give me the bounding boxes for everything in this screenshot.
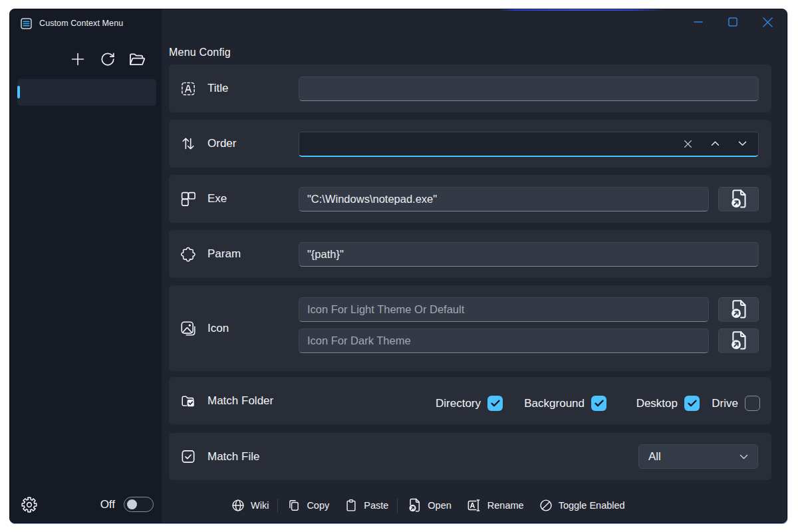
row-match-folder: Match Folder Directory Background Deskto… bbox=[169, 377, 771, 424]
drive-label: Drive bbox=[712, 397, 738, 410]
maximize-button[interactable] bbox=[716, 10, 750, 34]
app-window: Menu Config Title Order bbox=[9, 9, 787, 523]
copy-label: Copy bbox=[307, 500, 329, 511]
folder-check-icon bbox=[180, 392, 197, 410]
match-file-label: Match File bbox=[207, 450, 259, 464]
app-tiles-icon bbox=[180, 190, 197, 207]
desktop-check-item: Desktop bbox=[636, 396, 700, 411]
toggle-enabled-button[interactable]: Toggle Enabled bbox=[531, 493, 632, 518]
caption-buttons bbox=[681, 10, 785, 34]
open-file-icon bbox=[406, 497, 422, 513]
window-title: Custom Context Menu bbox=[39, 19, 123, 28]
app-icon bbox=[21, 18, 32, 29]
row-param: Param bbox=[169, 230, 771, 278]
order-decrease-button[interactable] bbox=[732, 136, 753, 152]
param-label: Param bbox=[207, 247, 241, 261]
blocked-icon bbox=[539, 498, 553, 513]
wiki-label: Wiki bbox=[251, 500, 269, 511]
match-folder-label: Match Folder bbox=[207, 394, 273, 408]
background-check-item: Background bbox=[524, 396, 606, 411]
sidebar: Custom Context Menu bbox=[10, 9, 162, 523]
order-clear-button[interactable] bbox=[677, 136, 698, 152]
picture-icon bbox=[180, 320, 197, 337]
copy-button[interactable]: Copy bbox=[279, 493, 336, 518]
row-icon-config: Icon bbox=[169, 285, 771, 371]
icon-light-input[interactable] bbox=[299, 297, 709, 322]
order-label: Order bbox=[207, 137, 236, 150]
top-accent-line bbox=[498, 9, 666, 11]
refresh-button[interactable] bbox=[92, 47, 122, 71]
sidebar-list-item-selected[interactable] bbox=[17, 79, 156, 106]
main-area: Menu Config Title Order bbox=[162, 9, 787, 523]
command-bar: Wiki Copy Paste bbox=[223, 493, 632, 518]
globe-icon bbox=[231, 498, 245, 513]
exe-browse-button[interactable] bbox=[718, 187, 759, 211]
wiki-button[interactable]: Wiki bbox=[223, 493, 276, 518]
toggle-knob bbox=[127, 499, 137, 509]
enable-toggle-switch[interactable] bbox=[124, 497, 154, 512]
exe-input[interactable] bbox=[299, 187, 709, 211]
icon-label: Icon bbox=[207, 322, 229, 335]
row-match-file: Match File All bbox=[169, 433, 771, 480]
rename-label: Rename bbox=[487, 500, 524, 511]
directory-checkbox[interactable] bbox=[487, 396, 503, 411]
row-title: Title bbox=[169, 65, 771, 112]
background-checkbox[interactable] bbox=[591, 396, 606, 411]
commandbar-divider bbox=[277, 499, 278, 513]
rename-button[interactable]: Rename bbox=[459, 493, 531, 518]
open-button[interactable]: Open bbox=[399, 493, 458, 518]
open-folder-button[interactable] bbox=[122, 47, 152, 71]
chevron-down-icon bbox=[739, 454, 748, 460]
puzzle-icon bbox=[180, 245, 197, 263]
directory-label: Directory bbox=[436, 397, 481, 410]
paste-button[interactable]: Paste bbox=[336, 493, 396, 518]
icon-dark-input[interactable] bbox=[299, 329, 709, 353]
rename-icon bbox=[466, 497, 482, 513]
titlebar: Custom Context Menu bbox=[21, 17, 123, 30]
copy-icon bbox=[287, 498, 301, 513]
desktop-label: Desktop bbox=[636, 397, 678, 410]
selection-indicator bbox=[17, 86, 20, 98]
directory-check-item: Directory bbox=[436, 396, 503, 411]
paste-label: Paste bbox=[364, 500, 388, 511]
close-button[interactable] bbox=[750, 10, 785, 34]
enable-toggle-group: Off bbox=[100, 497, 154, 512]
row-order: Order bbox=[169, 120, 771, 168]
title-input[interactable] bbox=[299, 76, 759, 101]
order-input[interactable] bbox=[299, 132, 677, 156]
title-label: Title bbox=[207, 82, 229, 95]
match-file-value: All bbox=[648, 450, 661, 464]
background-label: Background bbox=[524, 397, 585, 410]
toggle-enabled-label: Toggle Enabled bbox=[559, 500, 625, 511]
open-label: Open bbox=[428, 500, 451, 511]
param-input[interactable] bbox=[299, 242, 759, 267]
text-select-icon bbox=[180, 80, 197, 97]
add-button[interactable] bbox=[63, 47, 92, 71]
desktop-checkbox[interactable] bbox=[684, 396, 700, 411]
checkbox-icon bbox=[180, 448, 197, 466]
clipboard-icon bbox=[344, 498, 358, 513]
row-exe: Exe bbox=[169, 175, 771, 223]
exe-label: Exe bbox=[207, 192, 227, 205]
order-increase-button[interactable] bbox=[704, 136, 726, 152]
match-file-combobox[interactable]: All bbox=[638, 444, 758, 469]
icon-dark-browse-button[interactable] bbox=[718, 329, 759, 353]
sidebar-toolbar bbox=[10, 47, 162, 71]
toggle-state-label: Off bbox=[100, 498, 115, 511]
page-title: Menu Config bbox=[169, 47, 231, 59]
icon-light-browse-button[interactable] bbox=[718, 297, 759, 322]
drive-checkbox[interactable] bbox=[745, 396, 760, 411]
settings-button[interactable] bbox=[19, 494, 40, 515]
drive-check-item: Drive bbox=[712, 396, 760, 411]
sort-order-icon bbox=[180, 135, 197, 152]
commandbar-divider bbox=[397, 499, 398, 513]
order-numberbox bbox=[299, 132, 759, 157]
minimize-button[interactable] bbox=[681, 10, 716, 34]
